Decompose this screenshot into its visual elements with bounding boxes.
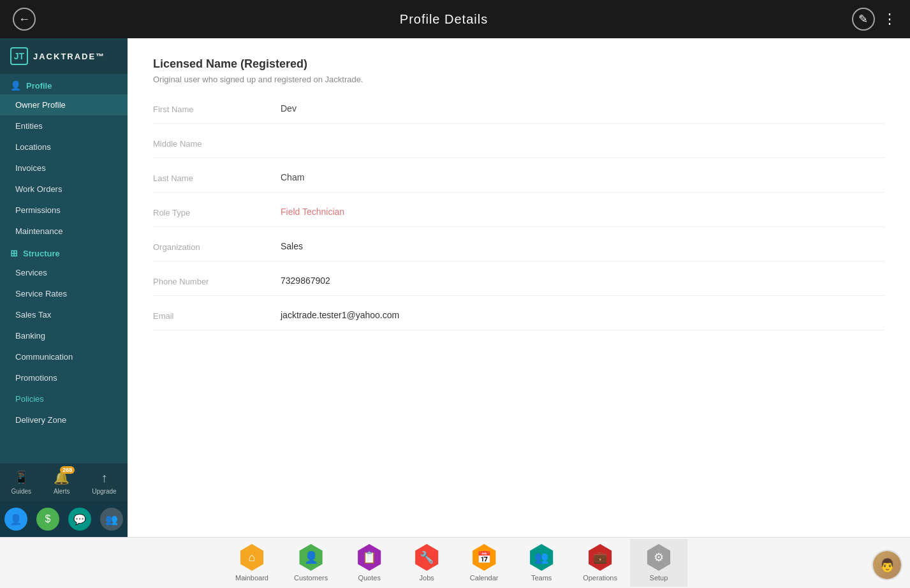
nav-setup[interactable]: ⚙ Setup [630,539,687,587]
mainboard-icon: ⌂ [239,544,265,571]
profile-section-label: Profile [26,81,52,91]
alerts-count-badge: 268 [60,466,75,474]
more-options-button[interactable]: ⋮ [883,11,897,27]
sidebar-item-promotions[interactable]: Promotions [0,367,128,388]
last-name-value: Cham [281,172,304,182]
organization-label: Organization [153,241,281,252]
header-left: ← [13,8,36,31]
field-organization: Organization Sales [153,241,884,261]
quotes-icon: 📋 [356,544,383,571]
edit-button[interactable]: ✎ [852,8,875,31]
back-button[interactable]: ← [13,8,36,31]
sidebar-section-profile: 👤 Profile [0,74,128,94]
sidebar-item-communication[interactable]: Communication [0,346,128,367]
sidebar-item-service-rates[interactable]: Service Rates [0,283,128,304]
sidebar-action-icons: 👤 $ 💬 👥 [0,501,128,537]
nav-calendar[interactable]: 📅 Calendar [455,539,513,587]
phone-number-value: 7329867902 [281,276,330,286]
first-name-label: First Name [153,103,281,114]
quotes-label: Quotes [358,574,380,582]
sidebar-item-invoices[interactable]: Invoices [0,158,128,179]
alerts-label: Alerts [54,488,70,495]
calendar-label: Calendar [470,574,499,582]
upgrade-icon: ↑ [101,471,107,485]
sidebar-item-services[interactable]: Services [0,262,128,283]
nav-jobs[interactable]: 🔧 Jobs [398,539,455,587]
alerts-badge-wrap: 🔔 268 [54,470,70,485]
jobs-label: Jobs [420,574,434,582]
field-phone-number: Phone Number 7329867902 [153,276,884,296]
sidebar-nav: 👤 Profile Owner Profile Entities Locatio… [0,74,128,464]
structure-section-icon: ⊞ [10,248,18,258]
nav-mainboard[interactable]: ⌂ Mainboard [223,539,281,587]
profile-section-icon: 👤 [10,80,21,91]
chat-action-icon[interactable]: 💬 [68,508,91,531]
first-name-value: Dev [281,103,297,114]
email-value: jacktrade.tester1@yahoo.com [281,310,399,320]
logo-text: JACKTRADE™ [33,52,105,61]
logo-icon: JT [10,47,28,65]
sidebar-item-sales-tax[interactable]: Sales Tax [0,304,128,325]
field-first-name: First Name Dev [153,103,884,124]
middle-name-label: Middle Name [153,138,281,149]
organization-value: Sales [281,241,303,251]
field-last-name: Last Name Cham [153,172,884,193]
avatar-image: 👨 [873,551,901,579]
sidebar-bottom-nav: 📱 Guides 🔔 268 Alerts ↑ Upgrade [0,464,128,501]
sidebar-item-permissions[interactable]: Permissions [0,200,128,221]
top-header: ← Profile Details ✎ ⋮ [0,0,910,38]
guides-label: Guides [11,488,31,495]
jobs-icon: 🔧 [413,544,440,571]
upgrade-label: Upgrade [92,488,116,495]
content-section-title: Licensed Name (Registered) [153,57,884,71]
field-role-type: Role Type Field Technician [153,207,884,227]
bottom-nav: ⌂ Mainboard 👤 Customers 📋 Quotes 🔧 Jobs … [0,537,910,588]
nav-customers[interactable]: 👤 Customers [281,539,341,587]
field-middle-name: Middle Name [153,138,884,158]
sidebar-item-work-orders[interactable]: Work Orders [0,179,128,200]
sidebar-section-structure: ⊞ Structure [0,242,128,262]
sidebar-logo: JT JACKTRADE™ [0,38,128,74]
edit-icon: ✎ [858,12,868,26]
guides-button[interactable]: 📱 Guides [11,470,31,495]
alerts-button[interactable]: 🔔 268 Alerts [54,470,70,495]
customers-icon: 👤 [298,544,325,571]
users-action-icon[interactable]: 👥 [100,508,123,531]
sidebar-item-banking[interactable]: Banking [0,325,128,346]
field-email: Email jacktrade.tester1@yahoo.com [153,310,884,330]
operations-icon: 💼 [587,544,613,571]
guides-icon: 📱 [13,470,29,485]
back-icon: ← [18,13,30,26]
dollar-action-icon[interactable]: $ [36,508,59,531]
mainboard-label: Mainboard [235,574,268,582]
nav-operations[interactable]: 💼 Operations [570,539,630,587]
nav-teams[interactable]: 👥 Teams [513,539,570,587]
page-title: Profile Details [400,12,488,27]
sidebar-item-entities[interactable]: Entities [0,115,128,136]
last-name-label: Last Name [153,172,281,183]
setup-label: Setup [650,574,668,582]
logo-abbr: JT [14,51,24,61]
sidebar-item-maintenance[interactable]: Maintenance [0,221,128,242]
teams-label: Teams [531,574,552,582]
email-label: Email [153,310,281,321]
sidebar-item-policies[interactable]: Policies [0,388,128,409]
role-type-label: Role Type [153,207,281,217]
setup-icon: ⚙ [645,544,672,571]
sidebar-item-locations[interactable]: Locations [0,136,128,158]
structure-section-label: Structure [23,249,60,258]
teams-icon: 👥 [528,544,555,571]
upgrade-button[interactable]: ↑ Upgrade [92,471,116,495]
phone-number-label: Phone Number [153,276,281,286]
role-type-value: Field Technician [281,207,344,217]
sidebar-item-owner-profile[interactable]: Owner Profile [0,94,128,115]
user-action-icon[interactable]: 👤 [4,508,27,531]
sidebar: JT JACKTRADE™ 👤 Profile Owner Profile En… [0,38,128,537]
customers-label: Customers [294,574,328,582]
operations-label: Operations [583,574,617,582]
sidebar-item-delivery-zone[interactable]: Delivery Zone [0,409,128,430]
user-avatar[interactable]: 👨 [872,550,902,580]
nav-quotes[interactable]: 📋 Quotes [341,539,398,587]
main-content: Licensed Name (Registered) Original user… [128,38,910,537]
calendar-icon: 📅 [471,544,497,571]
